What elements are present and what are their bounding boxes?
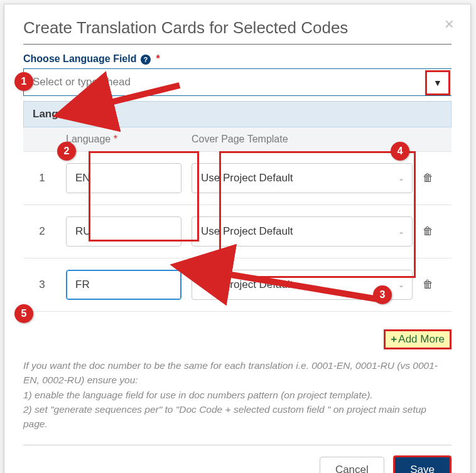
select-placeholder: Select or type ahead <box>33 76 131 88</box>
divider <box>23 44 452 45</box>
language-field-select[interactable]: Select or type ahead ▼ <box>23 68 452 96</box>
template-select[interactable]: Use Project Default ⌄ <box>192 216 413 247</box>
language-dropdown-option[interactable]: Language <box>23 101 452 127</box>
add-more-button[interactable]: +Add More <box>384 329 452 349</box>
col-template: Cover Page Template <box>187 127 418 152</box>
plus-icon: + <box>391 333 397 345</box>
required-asterisk: * <box>156 53 160 64</box>
field-label-text: Choose Language Field <box>23 53 136 64</box>
add-more-label: Add More <box>398 333 445 345</box>
row-index: 1 <box>23 152 61 205</box>
template-select[interactable]: Use Project Default ⌄ <box>192 163 413 193</box>
delete-row-button[interactable]: 🗑 <box>418 152 452 205</box>
template-value: Use Project Default <box>201 225 293 238</box>
language-input[interactable] <box>66 163 181 193</box>
delete-row-button[interactable]: 🗑 <box>418 258 452 312</box>
save-button[interactable]: Save <box>393 455 452 473</box>
modal-title: Create Translation Cards for Selected Co… <box>23 18 452 38</box>
cancel-button[interactable]: Cancel <box>320 457 384 473</box>
chevron-down-icon: ▼ <box>433 78 442 88</box>
col-delete <box>418 127 452 152</box>
chevron-down-icon: ⌄ <box>398 174 404 183</box>
template-select[interactable]: Use Project Default ⌄ <box>192 270 413 300</box>
chevron-down-icon: ⌄ <box>398 227 404 236</box>
col-language: Language * <box>61 127 187 152</box>
instructions-text: If you want the doc number to be the sam… <box>23 358 452 431</box>
translation-rows-table: Language * Cover Page Template 1 Use Pro… <box>23 127 452 312</box>
footer: Cancel Save <box>23 455 452 473</box>
chevron-down-icon: ⌄ <box>398 280 404 289</box>
col-index <box>23 127 61 152</box>
choose-language-field-label: Choose Language Field ? * <box>23 53 452 65</box>
template-value: Use Project Default <box>201 279 293 291</box>
delete-row-button[interactable]: 🗑 <box>418 205 452 258</box>
hint-line-1: 1) enable the language field for use in … <box>23 388 452 402</box>
row-index: 2 <box>23 205 61 258</box>
hint-line-2: 2) set "generate sequences per" to "Doc … <box>23 402 452 432</box>
language-dropdown-label: Language <box>33 108 83 120</box>
table-row: 1 Use Project Default ⌄ 🗑 <box>23 152 452 205</box>
close-icon[interactable]: × <box>445 16 454 32</box>
row-index: 3 <box>23 258 61 312</box>
modal-dialog: × Create Translation Cards for Selected … <box>4 4 471 473</box>
divider <box>23 445 452 445</box>
help-icon[interactable]: ? <box>141 55 151 65</box>
table-row: 3 Use Project Default ⌄ 🗑 <box>23 258 452 312</box>
language-input[interactable] <box>66 216 181 247</box>
template-value: Use Project Default <box>201 172 293 184</box>
table-row: 2 Use Project Default ⌄ 🗑 <box>23 205 452 258</box>
language-input[interactable] <box>66 270 181 300</box>
dropdown-toggle[interactable]: ▼ <box>425 70 450 95</box>
hint-intro: If you want the doc number to be the sam… <box>23 358 452 388</box>
required-asterisk: * <box>114 134 117 144</box>
